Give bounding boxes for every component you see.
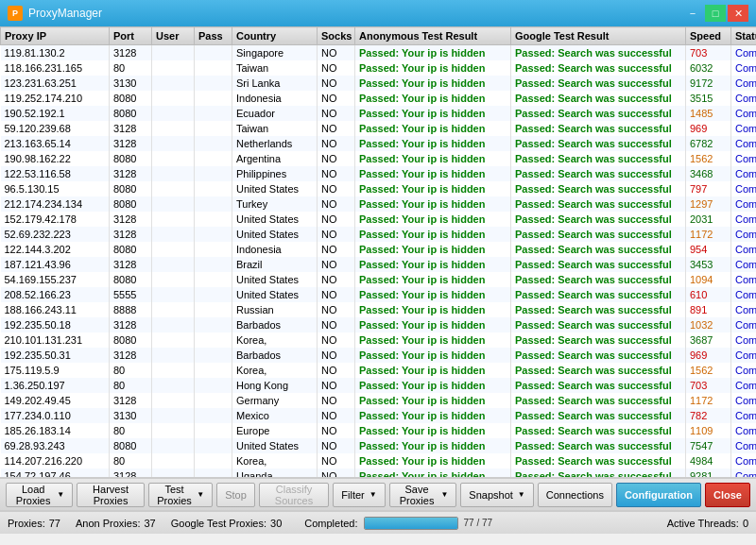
table-cell: Passed: Search was successful [511, 151, 686, 166]
harvest-proxies-button[interactable]: Harvest Proxies [77, 483, 145, 507]
table-cell [195, 302, 232, 317]
configuration-button[interactable]: Configuration [616, 483, 701, 507]
minimize-button[interactable]: − [682, 5, 703, 22]
table-cell: Passed: Search was successful [511, 257, 686, 272]
table-cell: Completed [731, 453, 757, 468]
table-row[interactable]: 114.207.216.22080Korea,NOPassed: Your ip… [1, 453, 757, 468]
progress-text: 77 / 77 [464, 518, 493, 528]
table-row[interactable]: 154.72.197.463128UgandaNOPassed: Your ip… [1, 468, 757, 478]
table-row[interactable]: 212.174.234.1348080TurkeyNOPassed: Your … [1, 196, 757, 212]
table-cell: NO [318, 468, 355, 478]
table-cell [195, 242, 232, 257]
table-row[interactable]: 122.144.3.2028080IndonesiaNOPassed: Your… [1, 242, 757, 257]
table-cell: 7547 [686, 438, 731, 453]
col-header-speed: Speed [686, 27, 731, 45]
table-cell: 190.52.192.1 [1, 106, 110, 121]
table-cell: Passed: Your ip is hidden [355, 136, 511, 151]
table-cell: NO [318, 302, 355, 317]
classify-sources-button[interactable]: Classify Sources [259, 483, 330, 507]
close-app-button[interactable]: Close [705, 483, 750, 507]
table-cell: Passed: Search was successful [511, 76, 686, 91]
table-cell [152, 60, 195, 76]
table-row[interactable]: 185.26.183.1480EuropeNOPassed: Your ip i… [1, 423, 757, 438]
table-row[interactable]: 190.52.192.18080EcuadorNOPassed: Your ip… [1, 106, 757, 121]
table-cell: Taiwan [232, 60, 318, 76]
table-row[interactable]: 213.163.65.143128NetherlandsNOPassed: Yo… [1, 136, 757, 151]
table-cell [195, 166, 232, 181]
table-row[interactable]: 192.235.50.313128BarbadosNOPassed: Your … [1, 348, 757, 363]
table-row[interactable]: 210.101.131.2318080Korea,NOPassed: Your … [1, 332, 757, 348]
table-cell [152, 45, 195, 61]
table-row[interactable]: 1.36.250.19780Hong KongNOPassed: Your ip… [1, 378, 757, 393]
maximize-button[interactable]: □ [705, 5, 726, 22]
table-row[interactable]: 69.28.93.2438080United StatesNOPassed: Y… [1, 438, 757, 453]
table-cell: 3453 [686, 257, 731, 272]
table-row[interactable]: 188.166.243.118888RussianNOPassed: Your … [1, 302, 757, 317]
table-cell [195, 272, 232, 287]
connections-button[interactable]: Connections [538, 483, 612, 507]
save-proxies-button[interactable]: Save Proxies [389, 483, 457, 507]
table-cell [195, 408, 232, 423]
table-cell: 123.231.63.251 [1, 76, 110, 91]
table-row[interactable]: 192.235.50.183128BarbadosNOPassed: Your … [1, 317, 757, 332]
table-cell: NO [318, 453, 355, 468]
table-cell: 6782 [686, 136, 731, 151]
active-threads-count: 0 [743, 518, 748, 529]
table-cell: 8080 [110, 272, 152, 287]
table-cell: 797 [686, 181, 731, 196]
table-row[interactable]: 208.52.166.235555United StatesNOPassed: … [1, 287, 757, 302]
table-row[interactable]: 119.252.174.2108080IndonesiaNOPassed: Yo… [1, 91, 757, 106]
table-row[interactable]: 96.5.130.158080United StatesNOPassed: Yo… [1, 181, 757, 196]
table-cell [152, 302, 195, 317]
table-cell: 175.119.5.9 [1, 363, 110, 378]
close-window-button[interactable]: ✕ [728, 5, 748, 22]
table-row[interactable]: 118.166.231.16580TaiwanNOPassed: Your ip… [1, 60, 757, 76]
table-row[interactable]: 52.69.232.2233128United StatesNOPassed: … [1, 227, 757, 242]
table-cell: NO [318, 227, 355, 242]
table-cell: Passed: Search was successful [511, 302, 686, 317]
table-cell: 80 [110, 363, 152, 378]
table-row[interactable]: 54.169.155.2378080United StatesNOPassed:… [1, 272, 757, 287]
table-cell: Passed: Search was successful [511, 378, 686, 393]
stop-button[interactable]: Stop [216, 483, 255, 507]
anon-count: 37 [144, 518, 155, 529]
table-cell: Completed [731, 423, 757, 438]
load-proxies-button[interactable]: Load Proxies [6, 483, 73, 507]
table-cell [152, 257, 195, 272]
table-cell: NO [318, 317, 355, 332]
completed-label: Completed: [304, 518, 357, 529]
table-row[interactable]: 59.120.239.683128TaiwanNOPassed: Your ip… [1, 121, 757, 136]
table-row[interactable]: 149.202.49.453128GermanyNOPassed: Your i… [1, 393, 757, 408]
table-cell: 9172 [686, 76, 731, 91]
table-row[interactable]: 152.179.42.1783128United StatesNOPassed:… [1, 212, 757, 227]
table-cell: 3128 [110, 227, 152, 242]
table-cell: Indonesia [232, 91, 318, 106]
table-row[interactable]: 175.119.5.980Korea,NOPassed: Your ip is … [1, 363, 757, 378]
table-cell: Korea, [232, 453, 318, 468]
table-cell [195, 438, 232, 453]
table-cell: Passed: Search was successful [511, 60, 686, 76]
table-cell [195, 181, 232, 196]
table-row[interactable]: 122.53.116.583128PhilippinesNOPassed: Yo… [1, 166, 757, 181]
table-cell [152, 393, 195, 408]
snapshot-button[interactable]: Snapshot [460, 483, 533, 507]
table-cell: Completed [731, 151, 757, 166]
table-row[interactable]: 177.234.0.1103130MexicoNOPassed: Your ip… [1, 408, 757, 423]
table-cell: Korea, [232, 363, 318, 378]
table-cell: Completed [731, 408, 757, 423]
table-row[interactable]: 190.98.162.228080ArgentinaNOPassed: Your… [1, 151, 757, 166]
table-row[interactable]: 119.81.130.23128SingaporeNOPassed: Your … [1, 45, 757, 61]
table-cell: NO [318, 166, 355, 181]
table-cell: 610 [686, 287, 731, 302]
table-cell [195, 453, 232, 468]
filter-button[interactable]: Filter [333, 483, 385, 507]
test-proxies-button[interactable]: Test Proxies [148, 483, 213, 507]
table-cell: NO [318, 91, 355, 106]
table-cell: NO [318, 272, 355, 287]
table-cell: Passed: Your ip is hidden [355, 60, 511, 76]
table-cell: Passed: Search was successful [511, 468, 686, 478]
table-cell: 1109 [686, 423, 731, 438]
table-row[interactable]: 187.121.43.963128BrazilNOPassed: Your ip… [1, 257, 757, 272]
table-row[interactable]: 123.231.63.2513130Sri LankaNOPassed: You… [1, 76, 757, 91]
table-cell [152, 227, 195, 242]
